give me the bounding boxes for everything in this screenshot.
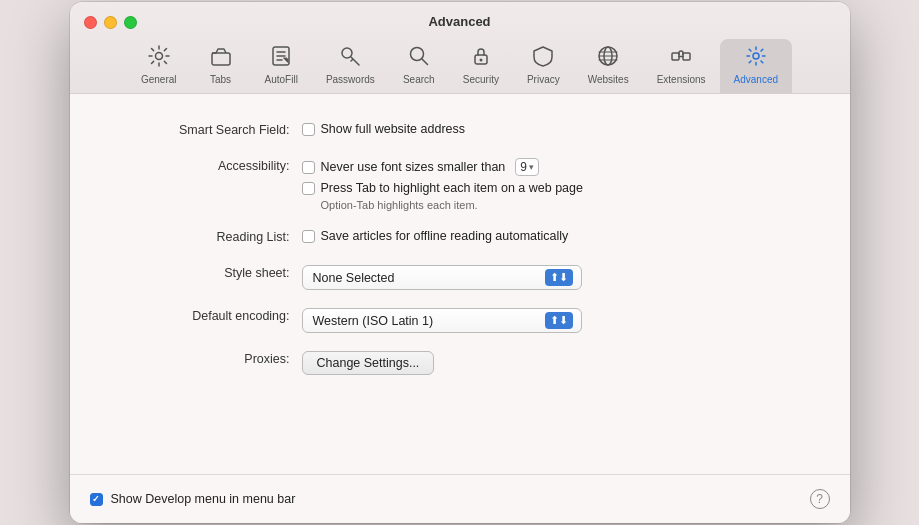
tab-tabs-label: Tabs [210,74,231,85]
smart-search-row: Smart Search Field: Show full website ad… [120,122,800,140]
reading-list-option: Save articles for offline reading automa… [302,229,800,243]
smart-search-label: Smart Search Field: [120,122,290,137]
font-size-picker[interactable]: 9 ▾ [515,158,539,176]
style-sheet-value: None Selected [313,271,395,285]
accessibility-label: Accessibility: [120,158,290,173]
accessibility-option1-label: Never use font sizes smaller than [321,160,506,174]
bottom-bar: Show Develop menu in menu bar ? [70,474,850,523]
style-sheet-select[interactable]: None Selected ⬆⬇ [302,265,582,290]
reading-list-option-label: Save articles for offline reading automa… [321,229,569,243]
svg-rect-10 [683,53,690,60]
tab-advanced-label: Advanced [734,74,778,85]
proxies-control: Change Settings... [302,351,800,375]
titlebar: Advanced General Tabs [70,2,850,94]
font-size-value: 9 [520,160,527,174]
content-area: Smart Search Field: Show full website ad… [70,94,850,474]
tab-security-label: Security [463,74,499,85]
svg-point-0 [155,53,162,60]
encoding-arrow: ⬆⬇ [545,312,573,329]
accessibility-checkbox1[interactable] [302,161,315,174]
tab-extensions-label: Extensions [657,74,706,85]
traffic-lights [84,16,137,29]
accessibility-sub-note: Option-Tab highlights each item. [321,199,800,211]
tab-tabs[interactable]: Tabs [191,39,251,93]
smart-search-control: Show full website address [302,122,800,140]
extensions-icon [670,45,692,71]
tab-websites-label: Websites [588,74,629,85]
help-button[interactable]: ? [810,489,830,509]
accessibility-option2-label: Press Tab to highlight each item on a we… [321,181,583,195]
encoding-control: Western (ISO Latin 1) ⬆⬇ [302,308,800,333]
tab-search[interactable]: Search [389,39,449,93]
proxies-change-button[interactable]: Change Settings... [302,351,435,375]
svg-rect-1 [212,53,230,65]
tab-security[interactable]: Security [449,39,513,93]
develop-menu-checkbox[interactable] [90,493,103,506]
autofill-icon [270,45,292,71]
tab-websites[interactable]: Websites [574,39,643,93]
tab-privacy-label: Privacy [527,74,560,85]
svg-point-11 [753,53,759,59]
svg-point-6 [479,59,482,62]
maximize-button[interactable] [124,16,137,29]
style-sheet-control: None Selected ⬆⬇ [302,265,800,290]
tab-passwords[interactable]: Passwords [312,39,389,93]
encoding-select[interactable]: Western (ISO Latin 1) ⬆⬇ [302,308,582,333]
accessibility-control: Never use font sizes smaller than 9 ▾ Pr… [302,158,800,211]
main-window: Advanced General Tabs [70,2,850,523]
close-button[interactable] [84,16,97,29]
tab-extensions[interactable]: Extensions [643,39,720,93]
reading-list-checkbox[interactable] [302,230,315,243]
tab-general-label: General [141,74,177,85]
minimize-button[interactable] [104,16,117,29]
encoding-label: Default encoding: [120,308,290,323]
tab-general[interactable]: General [127,39,191,93]
tab-advanced[interactable]: Advanced [720,39,792,93]
tabs-icon [210,45,232,71]
general-icon [148,45,170,71]
accessibility-checkbox2[interactable] [302,182,315,195]
smart-search-checkbox[interactable] [302,123,315,136]
accessibility-row: Accessibility: Never use font sizes smal… [120,158,800,211]
reading-list-label: Reading List: [120,229,290,244]
proxies-label: Proxies: [120,351,290,366]
tab-autofill-label: AutoFill [265,74,298,85]
font-size-chevron: ▾ [529,162,534,172]
accessibility-option1: Never use font sizes smaller than 9 ▾ [302,158,800,176]
encoding-row: Default encoding: Western (ISO Latin 1) … [120,308,800,333]
style-sheet-label: Style sheet: [120,265,290,280]
advanced-icon [745,45,767,71]
tab-privacy[interactable]: Privacy [513,39,574,93]
toolbar: General Tabs [86,39,834,93]
encoding-value: Western (ISO Latin 1) [313,314,434,328]
passwords-icon [339,45,361,71]
search-icon [408,45,430,71]
tab-autofill[interactable]: AutoFill [251,39,312,93]
reading-list-control: Save articles for offline reading automa… [302,229,800,247]
security-icon [470,45,492,71]
reading-list-row: Reading List: Save articles for offline … [120,229,800,247]
smart-search-option: Show full website address [302,122,800,136]
smart-search-option-label: Show full website address [321,122,466,136]
window-title: Advanced [86,14,834,29]
develop-row: Show Develop menu in menu bar [90,492,296,506]
svg-rect-9 [672,53,679,60]
style-sheet-arrow: ⬆⬇ [545,269,573,286]
tab-passwords-label: Passwords [326,74,375,85]
accessibility-option2: Press Tab to highlight each item on a we… [302,181,800,195]
tab-search-label: Search [403,74,435,85]
develop-menu-label: Show Develop menu in menu bar [111,492,296,506]
privacy-icon [532,45,554,71]
style-sheet-row: Style sheet: None Selected ⬆⬇ [120,265,800,290]
websites-icon [597,45,619,71]
proxies-row: Proxies: Change Settings... [120,351,800,375]
